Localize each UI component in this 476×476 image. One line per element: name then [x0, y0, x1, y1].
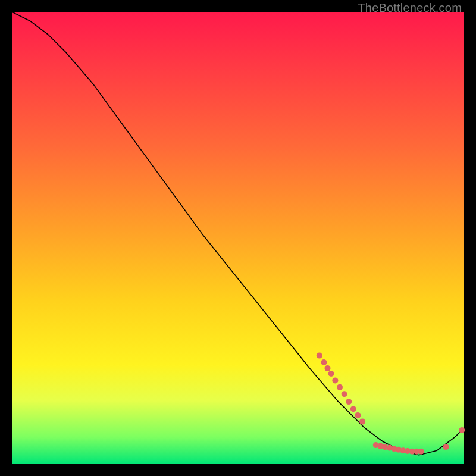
data-marker: [325, 365, 331, 371]
chart-svg: [12, 12, 464, 464]
data-marker: [359, 419, 365, 425]
data-marker: [346, 399, 352, 405]
attribution-text: TheBottleneck.com: [358, 1, 462, 15]
data-marker: [328, 371, 334, 377]
data-marker: [337, 384, 343, 390]
chart-frame: [12, 12, 464, 464]
bottleneck-curve: [12, 12, 464, 455]
data-marker: [355, 412, 361, 418]
data-marker: [332, 377, 338, 383]
plot-area: [12, 12, 464, 464]
marker-group: [317, 353, 465, 455]
data-marker: [443, 444, 449, 450]
data-marker: [317, 353, 322, 359]
data-marker: [459, 427, 465, 433]
data-marker: [321, 359, 327, 365]
data-marker: [350, 406, 356, 412]
data-marker: [418, 449, 424, 455]
data-marker: [342, 391, 347, 397]
